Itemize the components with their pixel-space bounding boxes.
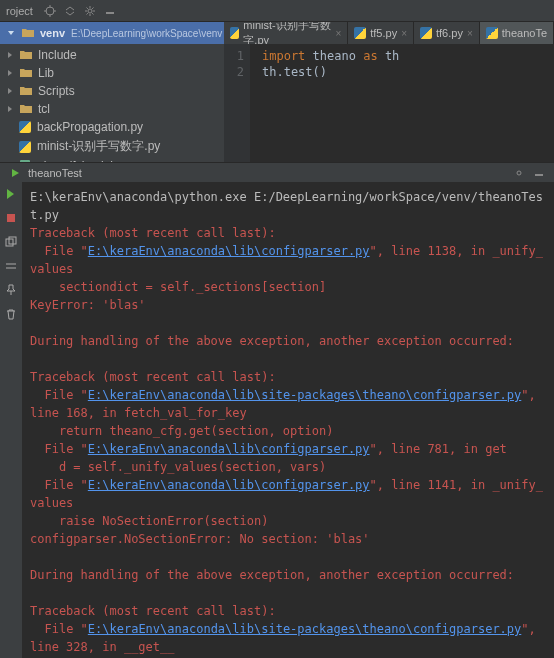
tree-item[interactable]: backPropagation.py [0,118,224,136]
svg-point-0 [46,7,54,15]
project-venv-path: E:\DeepLearning\workSpace\venv [71,28,222,39]
tab-label: tf6.py [436,27,463,39]
console-text: During handling of the above exception, … [30,334,514,348]
hide-icon[interactable] [532,166,546,180]
editor-tab[interactable]: tf6.py× [414,22,480,44]
console-line: sectiondict = self._sections[section] [30,278,546,296]
console-text: Traceback (most recent call last): [30,370,276,384]
rerun-icon[interactable] [3,186,19,202]
trash-icon[interactable] [3,306,19,322]
code-editor[interactable]: 12 import theano as thth.test() [224,44,554,162]
close-icon[interactable]: × [467,28,473,39]
console-line: File "E:\keraEnv\anaconda\lib\site-packa… [30,386,546,422]
python-file-icon [18,120,32,134]
hide-icon[interactable] [103,4,117,18]
console-line [30,584,546,602]
console-text: configparser.NoSectionError: No section:… [30,532,370,546]
tab-label: minist-识别手写数字.py [243,22,331,44]
editor-tab[interactable]: theanoTe [480,22,554,44]
traceback-link[interactable]: E:\keraEnv\anaconda\lib\configparser.py [88,442,370,456]
tree-item-label: pip-selfcheck.json [37,159,132,162]
console-line: File "E:\keraEnv\anaconda\lib\configpars… [30,242,546,278]
run-panel-title: theanoTest [28,167,82,179]
tree-item-label: tcl [38,102,50,116]
console-line [30,314,546,332]
console-line: During handling of the above exception, … [30,566,546,584]
chevron-right-icon [6,105,14,113]
code-area[interactable]: import theano as thth.test() [250,44,554,162]
console-line: KeyError: 'blas' [30,296,546,314]
console-line: configparser.NoSectionError: No section:… [30,530,546,548]
folder-icon [19,66,33,80]
project-venv-name: venv [40,27,65,39]
tree-item[interactable]: minist-识别手写数字.py [0,136,224,157]
console-line: During handling of the above exception, … [30,332,546,350]
console-text: Traceback (most recent call last): [30,226,276,240]
tree-item[interactable]: pip-selfcheck.json [0,157,224,162]
console-line [30,548,546,566]
console-output[interactable]: E:\keraEnv\anaconda\python.exe E:/DeepLe… [22,182,554,658]
run-icon[interactable] [8,166,22,180]
console-line: Traceback (most recent call last): [30,224,546,242]
project-toolbar: roject [0,0,554,22]
crosshair-icon[interactable] [43,4,57,18]
console-line: raise NoSectionError(section) [30,512,546,530]
console-text: File " [30,442,88,456]
editor-tab[interactable]: tf5.py× [348,22,414,44]
gutter: 12 [224,44,250,162]
traceback-link[interactable]: E:\keraEnv\anaconda\lib\configparser.py [88,244,370,258]
console-text: return theano_cfg.get(section, option) [30,424,333,438]
tab-label: theanoTe [502,27,547,39]
svg-rect-6 [7,214,15,222]
close-icon[interactable]: × [335,28,341,39]
line-number: 2 [224,64,244,80]
svg-point-1 [88,9,92,13]
console-line: Traceback (most recent call last): [30,602,546,620]
folder-expand-icon[interactable] [6,28,16,38]
tree-item[interactable]: tcl [0,100,224,118]
gear-icon[interactable] [83,4,97,18]
tree-item-label: Lib [38,66,54,80]
console-text: File " [30,478,88,492]
console-text: raise NoSectionError(section) [30,514,268,528]
collapse-icon[interactable] [63,4,77,18]
run-panel-header: theanoTest [0,162,554,182]
json-file-icon [18,159,32,162]
editor-tab[interactable]: minist-识别手写数字.py× [224,22,348,44]
stop-icon[interactable] [3,210,19,226]
restore-icon[interactable] [3,234,19,250]
folder-icon [19,84,33,98]
console-text: File " [30,244,88,258]
traceback-link[interactable]: E:\keraEnv\anaconda\lib\site-packages\th… [88,388,521,402]
console-text: During handling of the above exception, … [30,568,514,582]
close-icon[interactable]: × [401,28,407,39]
console-line: File "E:\keraEnv\anaconda\lib\configpars… [30,476,546,512]
tree-item-label: backPropagation.py [37,120,143,134]
tree-item-label: Include [38,48,77,62]
line-number: 1 [224,48,244,64]
traceback-link[interactable]: E:\keraEnv\anaconda\lib\site-packages\th… [88,622,521,636]
tab-label: tf5.py [370,27,397,39]
console-text: Traceback (most recent call last): [30,604,276,618]
tree-item[interactable]: Scripts [0,82,224,100]
console-text: ", line 781, in get [370,442,507,456]
python-file-icon [420,27,432,39]
folder-icon [19,48,33,62]
project-venv-bar[interactable]: venv E:\DeepLearning\workSpace\venv [0,22,224,44]
traceback-link[interactable]: E:\keraEnv\anaconda\lib\configparser.py [88,478,370,492]
svg-rect-5 [535,174,543,176]
svg-rect-2 [106,12,114,14]
gear-icon[interactable] [512,166,526,180]
folder-icon [22,28,34,38]
pin-icon[interactable] [3,282,19,298]
console-line: d = self._unify_values(section, vars) [30,458,546,476]
console-line [30,350,546,368]
tree-item[interactable]: Lib [0,64,224,82]
console-text: sectiondict = self._sections[section] [30,280,326,294]
tree-item-label: Scripts [38,84,75,98]
folder-icon [19,102,33,116]
console-line: File "E:\keraEnv\anaconda\lib\configpars… [30,440,546,458]
tree-item[interactable]: Include [0,46,224,64]
console-line: return theano_cfg.get(section, option) [30,422,546,440]
toggle-icon[interactable] [3,258,19,274]
